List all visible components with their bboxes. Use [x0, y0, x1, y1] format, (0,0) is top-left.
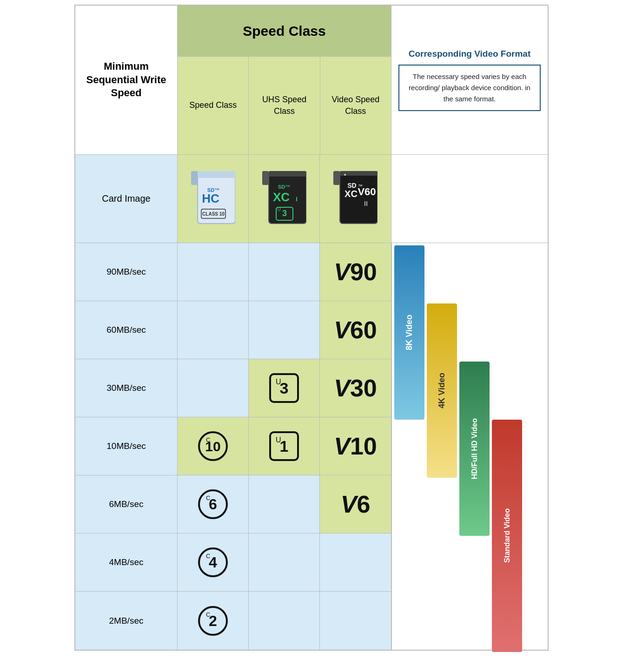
uhs-30: 3 U — [249, 359, 320, 417]
vsc-30: V30 — [320, 359, 391, 417]
bar-std-label: Standard Video — [503, 508, 511, 563]
v10-symbol: V10 — [334, 432, 377, 460]
sub-uhs-speed-class: UHS Speed Class — [249, 57, 320, 154]
card-image-row: Card Image SD™ HC CLASS 10 — [75, 155, 548, 243]
svg-text:SD: SD — [347, 182, 356, 189]
sc-30 — [178, 359, 249, 417]
sc-4: 4 C — [178, 534, 249, 591]
speed-2: 2MB/sec — [75, 592, 178, 650]
min-write-label: Minimum Sequential Write Speed — [82, 60, 170, 100]
card-image-label: Card Image — [102, 193, 151, 204]
sc-90 — [178, 243, 249, 301]
v60-symbol: V60 — [334, 316, 377, 344]
sdhc-card-cell: SD™ HC CLASS 10 — [178, 155, 249, 243]
bar-8k-label: 8K Video — [404, 315, 414, 350]
row-6: 6MB/sec 6 C V6 — [75, 475, 391, 534]
vsc-6: V6 — [320, 475, 391, 533]
sdxc-card-cell: SD™ XC I 3 U — [249, 155, 320, 243]
bar-hd-label: HD/Full HD Video — [471, 418, 479, 479]
svg-text:II: II — [364, 200, 368, 207]
sdxc-v60-card: SD ™ XC V60 II — [333, 171, 378, 226]
v90-symbol: V90 — [334, 258, 377, 286]
min-write-header: Minimum Sequential Write Speed — [75, 6, 178, 154]
bar-4k-video: 4K Video — [427, 303, 457, 478]
uhs-60 — [249, 301, 320, 359]
speed-class-group: Speed Class Speed Class UHS Speed Class … — [178, 6, 391, 154]
sc-60 — [178, 301, 249, 359]
uhs-2 — [249, 592, 320, 650]
vsc-10: V10 — [320, 417, 391, 475]
corresponding-title: Corresponding Video Format — [409, 49, 531, 59]
corresponding-desc: The necessary speed varies by each recor… — [409, 72, 530, 103]
speed-6: 6MB/sec — [75, 475, 178, 533]
speed-4: 4MB/sec — [75, 534, 178, 591]
vsc-90: V90 — [320, 243, 391, 301]
row-30: 30MB/sec 3 U V30 — [75, 359, 391, 417]
sdhc-card: SD™ HC CLASS 10 — [191, 171, 235, 226]
sc-6: 6 C — [178, 475, 249, 533]
corresponding-video-format: Corresponding Video Format The necessary… — [391, 6, 548, 154]
row-60: 60MB/sec V60 — [75, 301, 391, 359]
row-10: 10MB/sec 10 C 1 U — [75, 417, 391, 475]
v6-symbol: V6 — [341, 490, 371, 518]
svg-text:C: C — [206, 494, 210, 501]
video-format-bars: 8K Video 4K Video HD/Full HD Video Stand… — [391, 243, 548, 650]
sub-speed-class: Speed Class — [178, 57, 249, 154]
corresponding-desc-box: The necessary speed varies by each recor… — [398, 65, 541, 111]
vsc-60: V60 — [320, 301, 391, 359]
svg-text:C: C — [206, 553, 210, 560]
sdxc-card: SD™ XC I 3 U — [262, 171, 306, 226]
speed-60: 60MB/sec — [75, 301, 178, 359]
svg-rect-1 — [191, 171, 198, 185]
svg-rect-8 — [262, 171, 269, 185]
svg-text:3: 3 — [282, 209, 286, 218]
uhs-6 — [249, 475, 320, 533]
sc-10: 10 C — [178, 417, 249, 475]
data-rows-container: 90MB/sec V90 60MB/sec V60 — [75, 243, 548, 650]
svg-text:XC: XC — [345, 189, 358, 199]
bar-8k-video: 8K Video — [394, 245, 424, 420]
vsc-4 — [320, 534, 391, 591]
uhs-4 — [249, 534, 320, 591]
speed-10: 10MB/sec — [75, 417, 178, 475]
speed-class-title: Speed Class — [178, 6, 391, 57]
main-container: Minimum Sequential Write Speed Speed Cla… — [74, 5, 549, 651]
uhs-90 — [249, 243, 320, 301]
bar-std-video: Standard Video — [492, 420, 522, 652]
svg-text:XC: XC — [272, 190, 289, 204]
right-empty-card — [391, 155, 548, 243]
row-90: 90MB/sec V90 — [75, 243, 391, 301]
svg-text:CLASS 10: CLASS 10 — [202, 211, 225, 217]
svg-text:U: U — [277, 207, 280, 212]
sub-headers: Speed Class UHS Speed Class Video Speed … — [178, 57, 391, 154]
sdxc-v60-card-cell: SD ™ XC V60 II — [320, 155, 391, 243]
card-image-label-cell: Card Image — [75, 155, 178, 243]
svg-text:I: I — [296, 196, 298, 203]
svg-rect-17 — [333, 171, 340, 185]
left-cols: 90MB/sec V90 60MB/sec V60 — [75, 243, 391, 650]
svg-text:C: C — [206, 436, 210, 443]
row-2: 2MB/sec 2 C — [75, 592, 391, 650]
sc-2: 2 C — [178, 592, 249, 650]
svg-text:U: U — [276, 436, 281, 444]
svg-rect-2 — [198, 171, 235, 178]
uhs-10: 1 U — [249, 417, 320, 475]
vsc-2 — [320, 592, 391, 650]
svg-point-24 — [344, 174, 346, 176]
header-section: Minimum Sequential Write Speed Speed Cla… — [75, 6, 548, 155]
speed-90: 90MB/sec — [75, 243, 178, 301]
sub-video-speed-class: Video Speed Class — [320, 57, 391, 154]
svg-text:HC: HC — [202, 191, 219, 205]
v30-symbol: V30 — [334, 374, 377, 402]
speed-30: 30MB/sec — [75, 359, 178, 417]
svg-text:V60: V60 — [358, 186, 376, 198]
svg-text:SD™: SD™ — [278, 184, 290, 190]
svg-text:C: C — [206, 611, 210, 618]
svg-text:U: U — [276, 378, 281, 386]
svg-rect-9 — [269, 171, 306, 177]
bar-hd-video: HD/Full HD Video — [459, 362, 490, 536]
row-4: 4MB/sec 4 C — [75, 534, 391, 592]
bar-4k-label: 4K Video — [437, 373, 447, 408]
